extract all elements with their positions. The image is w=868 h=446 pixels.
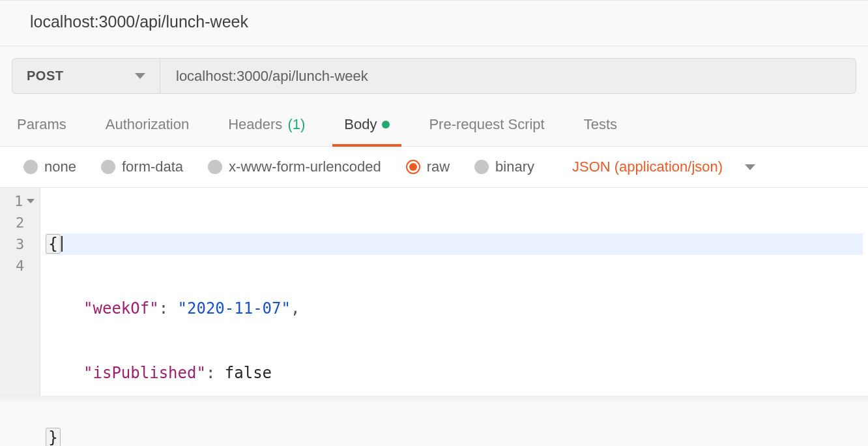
code-line: } — [46, 427, 863, 446]
code-area[interactable]: { "weekOf": "2020-11-07", "isPublished":… — [40, 188, 868, 396]
tab-label: Pre-request Script — [429, 116, 544, 133]
tab-authorization[interactable]: Authorization — [106, 116, 189, 146]
radio-form-data[interactable]: form-data — [101, 158, 183, 175]
tab-body[interactable]: Body — [344, 116, 390, 146]
tab-label: Params — [17, 116, 66, 133]
body-editor[interactable]: 1 2 3 4 { "weekOf": "2020-11-07", "isPub… — [0, 188, 868, 396]
tab-params[interactable]: Params — [17, 116, 66, 146]
http-method-select[interactable]: POST — [12, 58, 160, 94]
radio-binary[interactable]: binary — [474, 158, 534, 175]
body-type-row: none form-data x-www-form-urlencoded raw… — [0, 147, 868, 188]
radio-label: binary — [495, 158, 534, 175]
radio-icon — [406, 160, 420, 174]
chevron-down-icon — [745, 164, 755, 170]
tab-label: Authorization — [106, 116, 189, 133]
code-line: "isPublished": false — [46, 363, 863, 384]
line-number: 3 — [16, 233, 24, 255]
radio-icon — [23, 160, 38, 174]
gutter-line: 4 — [14, 255, 35, 276]
gutter-line: 2 — [14, 212, 35, 233]
radio-icon — [101, 160, 115, 174]
request-tabs: Params Authorization Headers (1) Body Pr… — [0, 94, 868, 147]
modified-dot-icon — [382, 121, 390, 128]
tab-tests[interactable]: Tests — [584, 116, 617, 146]
content-type-select[interactable]: JSON (application/json) — [572, 158, 755, 175]
tab-label: Headers — [228, 116, 282, 133]
gutter-line: 3 — [14, 233, 35, 255]
line-number: 1 — [14, 190, 23, 212]
line-number: 2 — [16, 212, 24, 233]
radio-raw[interactable]: raw — [406, 158, 450, 175]
gutter-line: 1 — [14, 190, 35, 212]
radio-urlencoded[interactable]: x-www-form-urlencoded — [208, 158, 381, 175]
radio-icon — [208, 160, 222, 174]
request-title: localhost:3000/api/lunch-week — [30, 12, 838, 31]
http-method-label: POST — [27, 68, 63, 83]
radio-icon — [474, 160, 489, 174]
headers-count: (1) — [287, 116, 305, 133]
request-row: POST — [0, 46, 868, 94]
tab-headers[interactable]: Headers (1) — [228, 116, 305, 146]
tab-label: Body — [344, 116, 377, 133]
radio-label: form-data — [122, 158, 183, 175]
code-line: { — [46, 233, 863, 255]
title-bar: localhost:3000/api/lunch-week — [0, 1, 868, 46]
cursor-icon — [61, 236, 63, 252]
radio-label: x-www-form-urlencoded — [229, 158, 381, 175]
radio-label: none — [44, 158, 76, 175]
fold-toggle-icon[interactable] — [27, 199, 35, 203]
radio-label: raw — [427, 158, 450, 175]
chevron-down-icon — [135, 73, 145, 79]
content-type-label: JSON (application/json) — [572, 158, 723, 175]
url-input[interactable] — [160, 58, 856, 94]
line-number: 4 — [16, 255, 24, 276]
radio-none[interactable]: none — [23, 158, 76, 175]
tab-prerequest[interactable]: Pre-request Script — [429, 116, 544, 146]
code-line: "weekOf": "2020-11-07", — [46, 298, 863, 320]
gutter: 1 2 3 4 — [0, 188, 40, 396]
tab-label: Tests — [584, 116, 617, 133]
